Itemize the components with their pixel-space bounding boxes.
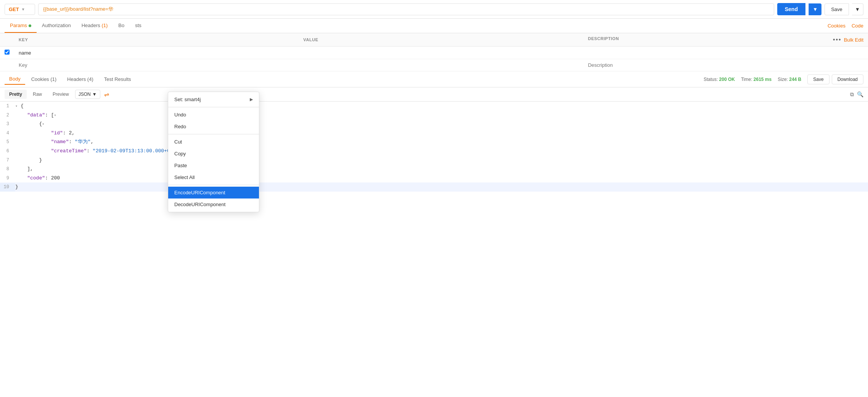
code-line-6: 6 "createTime": "2019-02-09T13:13:00.000… xyxy=(0,147,868,156)
wrap-icon[interactable]: ⇌ xyxy=(104,91,109,98)
more-options-button[interactable]: ••• xyxy=(833,36,842,43)
table-row-empty xyxy=(0,59,868,71)
response-section: Body Cookies (1) Headers (4) Test Result… xyxy=(0,71,868,192)
params-dot xyxy=(29,24,31,27)
code-line-7: 7 } xyxy=(0,156,868,165)
format-tab-pretty[interactable]: Pretty xyxy=(5,90,27,99)
response-tabs-row: Body Cookies (1) Headers (4) Test Result… xyxy=(0,71,868,87)
code-line-2: 2 "data": [▾ xyxy=(0,111,868,120)
response-tab-body[interactable]: Body xyxy=(5,74,25,85)
status-value: 200 OK xyxy=(719,77,735,82)
response-tab-headers[interactable]: Headers (4) xyxy=(63,74,98,84)
context-menu-item-redo[interactable]: Redo xyxy=(168,121,259,132)
context-menu-divider-1 xyxy=(168,107,259,107)
context-item-label: Cut xyxy=(174,139,182,145)
context-menu: Set: smart4j ▶ Undo Redo Cut Copy Paste … xyxy=(168,92,259,192)
method-label: GET xyxy=(9,6,19,12)
search-icon[interactable]: 🔍 xyxy=(857,91,863,97)
response-toolbar: Pretty Raw Preview JSON ▼ ⇌ ⧉ 🔍 xyxy=(0,87,868,102)
tabs-right: Cookies Code xyxy=(828,23,863,29)
code-line-3: 3 {▾ xyxy=(0,119,868,129)
context-menu-item-select-all[interactable]: Select All xyxy=(168,171,259,183)
row-checkbox[interactable] xyxy=(5,50,10,55)
context-menu-divider-2 xyxy=(168,134,259,134)
description-input[interactable] xyxy=(588,50,863,56)
params-section: KEY VALUE DESCRIPTION ••• Bulk Edit xyxy=(0,33,868,71)
code-link[interactable]: Code xyxy=(852,23,863,29)
context-item-label: Paste xyxy=(174,163,187,168)
status-bar: Status: 200 OK Time: 2615 ms Size: 244 B… xyxy=(704,74,863,84)
method-select[interactable]: GET ▼ xyxy=(5,4,35,15)
format-tab-raw[interactable]: Raw xyxy=(28,90,47,99)
url-bar: GET ▼ Send ▼ Save ▼ xyxy=(0,0,868,19)
response-tab-cookies[interactable]: Cookies (1) xyxy=(27,74,61,84)
value-input-empty[interactable] xyxy=(303,62,579,68)
code-line-9: 9 "code": 200 xyxy=(0,174,868,183)
request-tabs: Params Authorization Headers (1) Bo sts … xyxy=(0,19,868,33)
context-menu-item-set-smart4j[interactable]: Set: smart4j ▶ xyxy=(168,94,259,105)
code-line-10: 10 } xyxy=(0,182,868,192)
size-value: 244 B xyxy=(789,77,801,82)
context-item-label: Redo xyxy=(174,124,186,129)
url-input[interactable] xyxy=(38,3,774,15)
context-item-label: Undo xyxy=(174,112,186,118)
method-chevron-icon: ▼ xyxy=(21,7,25,11)
context-menu-item-paste[interactable]: Paste xyxy=(168,160,259,171)
response-download-button[interactable]: Download xyxy=(832,74,863,84)
time-value: 2615 ms xyxy=(754,77,772,82)
context-menu-item-copy[interactable]: Copy xyxy=(168,148,259,160)
format-tab-preview[interactable]: Preview xyxy=(48,90,74,99)
fold-icon-3[interactable]: ▾ xyxy=(42,121,47,126)
params-table: KEY VALUE DESCRIPTION ••• Bulk Edit xyxy=(0,33,868,71)
toolbar-right: ⧉ 🔍 xyxy=(850,91,863,98)
response-tab-test-results[interactable]: Test Results xyxy=(100,74,136,84)
send-button[interactable]: Send xyxy=(777,3,805,15)
save-button[interactable]: Save xyxy=(825,3,849,15)
status-label: Status: 200 OK xyxy=(704,77,735,82)
code-line-5: 5 "name": "华为", xyxy=(0,137,868,147)
th-key: KEY xyxy=(14,33,299,47)
value-input[interactable] xyxy=(303,50,579,56)
tab-body[interactable]: Bo xyxy=(113,19,130,33)
cookies-link[interactable]: Cookies xyxy=(828,23,845,29)
save-download-area: Save Download xyxy=(807,74,863,84)
json-format-select[interactable]: JSON ▼ xyxy=(75,90,100,99)
code-line-4: 4 "id": 2, xyxy=(0,129,868,138)
th-checkbox xyxy=(0,33,14,47)
key-input[interactable] xyxy=(19,50,294,56)
send-dropdown-button[interactable]: ▼ xyxy=(809,3,821,15)
size-label: Size: 244 B xyxy=(778,77,801,82)
fold-icon-2[interactable]: ▾ xyxy=(54,112,58,117)
context-item-label: EncodeURIComponent xyxy=(174,190,225,192)
code-area: 1 ▾{ 2 "data": [▾ 3 {▾ 4 "id": 2, 5 "nam… xyxy=(0,102,868,192)
description-input-empty[interactable] xyxy=(588,62,863,68)
json-format-label: JSON xyxy=(79,92,91,97)
response-save-button[interactable]: Save xyxy=(807,74,829,84)
context-arrow-icon: ▶ xyxy=(250,97,253,102)
tab-headers[interactable]: Headers (1) xyxy=(76,19,113,33)
tab-tests[interactable]: sts xyxy=(130,19,147,33)
save-dropdown-button[interactable]: ▼ xyxy=(852,3,863,15)
code-line-8: 8 ], xyxy=(0,165,868,174)
table-row xyxy=(0,47,868,59)
time-label: Time: 2615 ms xyxy=(741,77,772,82)
copy-icon[interactable]: ⧉ xyxy=(850,91,854,98)
th-value: VALUE xyxy=(299,33,583,47)
fold-icon-1[interactable]: ▾ xyxy=(15,103,20,108)
bulk-edit-button[interactable]: Bulk Edit xyxy=(844,37,863,43)
context-menu-item-undo[interactable]: Undo xyxy=(168,109,259,121)
context-menu-divider-3 xyxy=(168,185,259,185)
code-line-1: 1 ▾{ xyxy=(0,102,868,111)
key-input-empty[interactable] xyxy=(19,62,294,68)
context-item-label: Set: smart4j xyxy=(174,97,201,102)
tab-authorization[interactable]: Authorization xyxy=(37,19,76,33)
context-menu-item-encode-uri[interactable]: EncodeURIComponent xyxy=(168,187,259,192)
th-description: DESCRIPTION ••• Bulk Edit xyxy=(583,33,868,47)
json-chevron-icon: ▼ xyxy=(92,92,97,97)
context-item-label: Select All xyxy=(174,174,194,180)
context-menu-item-cut[interactable]: Cut xyxy=(168,136,259,148)
tab-params[interactable]: Params xyxy=(5,19,37,33)
context-item-label: Copy xyxy=(174,151,186,157)
